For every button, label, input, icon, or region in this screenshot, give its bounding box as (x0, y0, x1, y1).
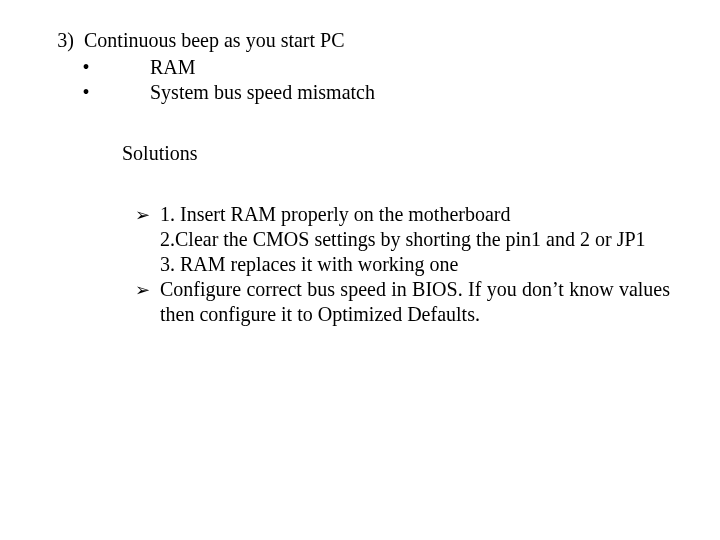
list-item: ➢ 1. Insert RAM properly on the motherbo… (22, 202, 680, 277)
cause-text: System bus speed mismatch (150, 80, 680, 105)
solution-text: Configure correct bus speed in BIOS. If … (160, 277, 680, 327)
bullet-icon: • (22, 55, 150, 80)
causes-list: • RAM • System bus speed mismatch (22, 55, 680, 105)
solution-text: 1. Insert RAM properly on the motherboar… (160, 202, 680, 277)
solution-line: 3. RAM replaces it with working one (160, 252, 670, 277)
list-item: ➢ Configure correct bus speed in BIOS. I… (22, 277, 680, 327)
arrow-icon: ➢ (22, 277, 160, 302)
document-page: 3) Continuous beep as you start PC • RAM… (0, 0, 720, 327)
solution-line: Configure correct bus speed in BIOS. If … (160, 278, 670, 325)
solution-line: 2.Clear the CMOS settings by shorting th… (160, 227, 670, 252)
list-item: • RAM (22, 55, 680, 80)
solution-line: 1. Insert RAM properly on the motherboar… (160, 202, 670, 227)
cause-text: RAM (150, 55, 680, 80)
bullet-icon: • (22, 80, 150, 105)
list-number: 3) (22, 28, 84, 53)
list-item-heading: 3) Continuous beep as you start PC (22, 28, 680, 53)
solutions-list: ➢ 1. Insert RAM properly on the motherbo… (22, 202, 680, 327)
list-item: • System bus speed mismatch (22, 80, 680, 105)
list-title: Continuous beep as you start PC (84, 28, 680, 53)
arrow-icon: ➢ (22, 202, 160, 227)
solutions-heading: Solutions (22, 141, 680, 166)
